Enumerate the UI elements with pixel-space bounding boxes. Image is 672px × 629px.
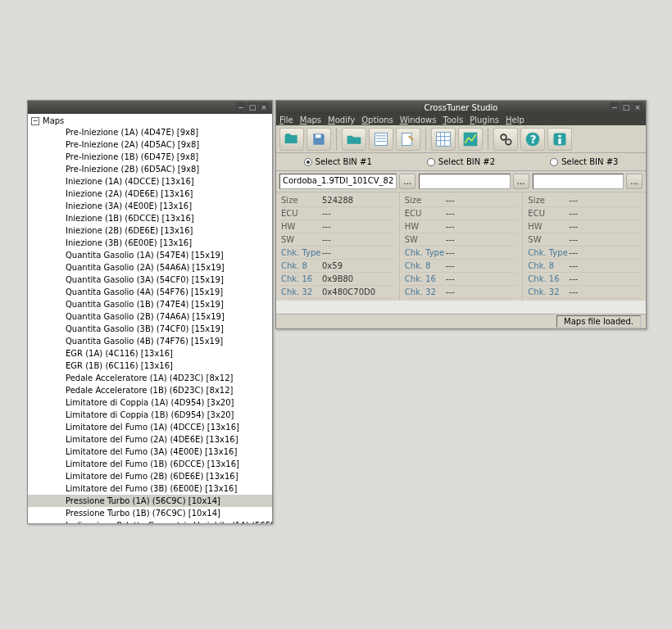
prop-row: Size524288 (281, 194, 394, 207)
tree-item[interactable]: Pre-Iniezione (2B) (6D5AC) [9x8] (28, 163, 272, 175)
bin-select-1[interactable]: Select BIN #1 (276, 153, 399, 170)
svg-text:?: ? (530, 133, 537, 146)
prop-label: Chk. 8 (528, 261, 569, 270)
close-button[interactable]: × (633, 102, 642, 112)
tree-item[interactable]: Quantita Gasolio (2A) (54A6A) [15x19] (28, 261, 272, 274)
prop-value: --- (569, 274, 641, 283)
svg-rect-0 (316, 134, 321, 138)
browse-button-2[interactable]: ... (513, 174, 529, 189)
file-input-1[interactable]: Cordoba_1.9TDI_101CV_82 (279, 174, 397, 189)
tree-item[interactable]: Pressione Turbo (1A) (56C9C) [10x14] (28, 495, 272, 507)
prop-value: --- (322, 222, 394, 231)
menu-plugins[interactable]: Plugins (470, 115, 499, 124)
tree-item[interactable]: Limitatore del Fumo (1B) (6DCCE) [13x16] (28, 458, 272, 470)
tree-item[interactable]: EGR (1B) (6C116) [13x16] (28, 360, 272, 372)
tree-root-label: Maps (43, 116, 64, 125)
tree-item[interactable]: Limitatore del Fumo (2A) (4DE6E) [13x16] (28, 433, 272, 446)
prop-label: Chk. 8 (405, 261, 446, 270)
minimize-button[interactable]: − (236, 102, 246, 112)
collapse-icon[interactable]: − (31, 117, 39, 125)
folder-button[interactable] (342, 128, 366, 151)
tree-item[interactable]: Iniezione (1B) (6DCCE) [13x16] (28, 212, 272, 224)
bin-select-2[interactable]: Select BIN #2 (399, 153, 522, 170)
file-input-3[interactable] (533, 174, 624, 189)
close-button[interactable]: × (259, 102, 269, 112)
tree-item[interactable]: Limitatore del Fumo (2B) (6DE6E) [13x16] (28, 470, 272, 482)
open-folder-button[interactable] (279, 128, 304, 151)
menu-tools[interactable]: Tools (443, 115, 463, 124)
maximize-button[interactable]: □ (621, 102, 631, 112)
prop-label: SW (405, 235, 446, 244)
menu-file[interactable]: File (279, 115, 293, 124)
tree-item[interactable]: Pressione Turbo (1B) (76C9C) [10x14] (28, 507, 272, 519)
tree-item[interactable]: Iniezione (3A) (4E00E) [13x16] (28, 200, 272, 212)
tree-titlebar[interactable]: − □ × (28, 101, 272, 114)
save-button[interactable] (306, 128, 331, 151)
prop-row: ECU--- (281, 207, 394, 220)
prop-label: Chk. 32 (281, 287, 322, 296)
tree-item[interactable]: EGR (1A) (4C116) [13x16] (28, 347, 272, 360)
file-input-2[interactable] (419, 174, 510, 189)
tree-item[interactable]: Quantita Gasolio (3A) (54CF0) [15x19] (28, 274, 272, 286)
tree-item[interactable]: Limitatore di Coppia (1A) (4D954) [3x20] (28, 396, 272, 409)
menu-windows[interactable]: Windows (400, 115, 437, 124)
tree-item[interactable]: Quantita Gasolio (1B) (747E4) [15x19] (28, 298, 272, 310)
edit-button[interactable] (396, 128, 420, 151)
menu-modify[interactable]: Modify (328, 115, 355, 124)
grid-button[interactable] (431, 128, 456, 151)
tree-item[interactable]: Quantita Gasolio (4A) (54F76) [15x19] (28, 286, 272, 298)
tree-item[interactable]: Inclinazione Palette Geometria Variabile… (28, 519, 272, 523)
prop-label: ECU (281, 209, 322, 218)
tree-item[interactable]: Limitatore del Fumo (1A) (4DCCE) [13x16] (28, 421, 272, 433)
browse-button-1[interactable]: ... (399, 174, 415, 189)
tree-root-node[interactable]: − Maps (28, 115, 272, 126)
main-titlebar[interactable]: CrossTuner Studio − □ × (276, 101, 646, 114)
menu-help[interactable]: Help (506, 115, 524, 124)
info-button[interactable] (547, 128, 572, 151)
radio-icon[interactable] (304, 158, 312, 166)
tree-item[interactable]: Limitatore di Coppia (1B) (6D954) [3x20] (28, 409, 272, 421)
prop-row: Chk. Type--- (281, 247, 394, 260)
settings-button[interactable] (493, 128, 518, 151)
prop-label: Chk. Type (405, 248, 446, 257)
minimize-button[interactable]: − (610, 102, 620, 112)
prop-value: --- (569, 248, 641, 257)
tree-item[interactable]: Quantita Gasolio (3B) (74CF0) [15x19] (28, 323, 272, 335)
tree-item[interactable]: Iniezione (1A) (4DCCE) [13x16] (28, 175, 272, 188)
help-button[interactable]: ? (520, 128, 545, 151)
radio-icon[interactable] (427, 158, 435, 166)
tree-item[interactable]: Pre-Iniezione (2A) (4D5AC) [9x8] (28, 138, 272, 151)
list-button[interactable] (369, 128, 393, 151)
prop-row: Chk. 8--- (528, 260, 641, 273)
maximize-button[interactable]: □ (247, 102, 257, 112)
tree-item[interactable]: Quantita Gasolio (2B) (74A6A) [15x19] (28, 310, 272, 323)
prop-label: Chk. 32 (405, 287, 446, 296)
prop-value: 0x9B80 (322, 274, 394, 283)
browse-button-3[interactable]: ... (626, 174, 642, 189)
prop-label: Chk. Type (281, 248, 322, 257)
tree-item[interactable]: Quantita Gasolio (1A) (547E4) [15x19] (28, 249, 272, 261)
prop-column-1: Size524288ECU---HW---SW---Chk. Type---Ch… (276, 192, 400, 301)
svg-rect-17 (558, 135, 561, 138)
prop-label: Chk. 32 (528, 287, 569, 296)
prop-row: Size--- (405, 194, 518, 207)
bin-select-3[interactable]: Select BIN #3 (523, 153, 646, 170)
menu-maps[interactable]: Maps (300, 115, 321, 124)
menu-options[interactable]: Options (361, 115, 393, 124)
radio-icon[interactable] (550, 158, 558, 166)
tree-item[interactable]: Pre-Iniezione (1B) (6D47E) [9x8] (28, 151, 272, 163)
prop-label: Chk. 16 (281, 274, 322, 283)
tree-item[interactable]: Pedale Acceleratore (1A) (4D23C) [8x12] (28, 372, 272, 384)
prop-row: SW--- (528, 233, 641, 247)
prop-value: --- (569, 196, 641, 205)
chart-button[interactable] (458, 128, 483, 151)
tree-item[interactable]: Limitatore del Fumo (3B) (6E00E) [13x16] (28, 482, 272, 495)
tree-item[interactable]: Limitatore del Fumo (3A) (4E00E) [13x16] (28, 446, 272, 458)
tree-item[interactable]: Iniezione (2A) (4DE6E) [13x16] (28, 188, 272, 200)
tree-item[interactable]: Quantita Gasolio (4B) (74F76) [15x19] (28, 335, 272, 347)
tree-item[interactable]: Iniezione (3B) (6E00E) [13x16] (28, 237, 272, 249)
prop-value: --- (446, 235, 518, 244)
tree-item[interactable]: Iniezione (2B) (6DE6E) [13x16] (28, 224, 272, 237)
tree-item[interactable]: Pedale Acceleratore (1B) (6D23C) [8x12] (28, 384, 272, 396)
tree-item[interactable]: Pre-Iniezione (1A) (4D47E) [9x8] (28, 126, 272, 138)
